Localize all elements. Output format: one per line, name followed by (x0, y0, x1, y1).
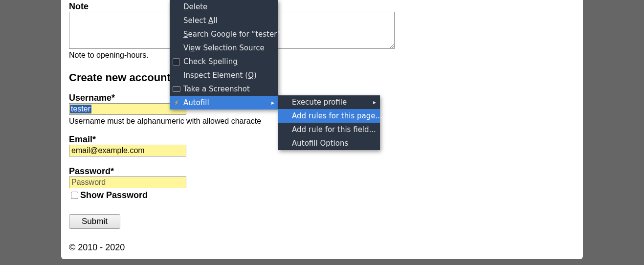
username-input[interactable]: tester (69, 103, 186, 115)
note-label: Note (69, 1, 575, 12)
autofill-submenu: Execute profile ▸ Add rules for this pag… (278, 95, 380, 150)
chevron-right-icon: ▸ (373, 99, 376, 106)
sub-add-rule-field[interactable]: Add rule for this field... (278, 123, 380, 136)
password-input[interactable] (69, 177, 186, 188)
ctx-select-all[interactable]: Select All (170, 14, 278, 27)
context-menu: Delete Select All Search Google for “tes… (170, 0, 278, 110)
bolt-icon: ⚡ (173, 99, 180, 107)
show-password-label: Show Password (80, 190, 148, 200)
ctx-delete[interactable]: Delete (170, 0, 278, 14)
note-hint: Note to opening-hours. (69, 51, 575, 60)
sub-autofill-options[interactable]: Autofill Options (278, 136, 380, 150)
ctx-search-google[interactable]: Search Google for “tester” (170, 27, 278, 41)
ctx-autofill[interactable]: ⚡ Autofill ▸ (170, 96, 278, 110)
create-account-heading: Create new account (69, 71, 575, 84)
ctx-check-spelling[interactable]: Check Spelling (170, 55, 278, 68)
sub-execute-profile[interactable]: Execute profile ▸ (278, 95, 380, 109)
checkbox-icon (173, 58, 180, 66)
chevron-right-icon: ▸ (271, 99, 274, 106)
ctx-view-selection-source[interactable]: View Selection Source (170, 41, 278, 55)
email-required: * (92, 134, 96, 144)
email-label-text: Email (69, 134, 92, 144)
ctx-inspect-element[interactable]: Inspect Element (Q) (170, 68, 278, 82)
show-password-row: Show Password (69, 190, 575, 200)
screenshot-icon (173, 86, 180, 92)
password-label-text: Password (69, 166, 111, 176)
username-required: * (111, 93, 115, 103)
submit-button[interactable]: Submit (69, 214, 120, 229)
copyright-text: © 2010 - 2020 (69, 243, 575, 253)
password-required: * (111, 166, 114, 176)
show-password-checkbox[interactable] (71, 192, 78, 199)
email-input[interactable] (69, 145, 186, 156)
password-label: Password* (69, 166, 575, 177)
username-label-text: Username (69, 93, 111, 103)
sub-add-rules-page[interactable]: Add rules for this page... (278, 109, 380, 123)
ctx-take-screenshot[interactable]: Take a Screenshot (170, 82, 278, 96)
username-value-selected: tester (70, 105, 91, 113)
